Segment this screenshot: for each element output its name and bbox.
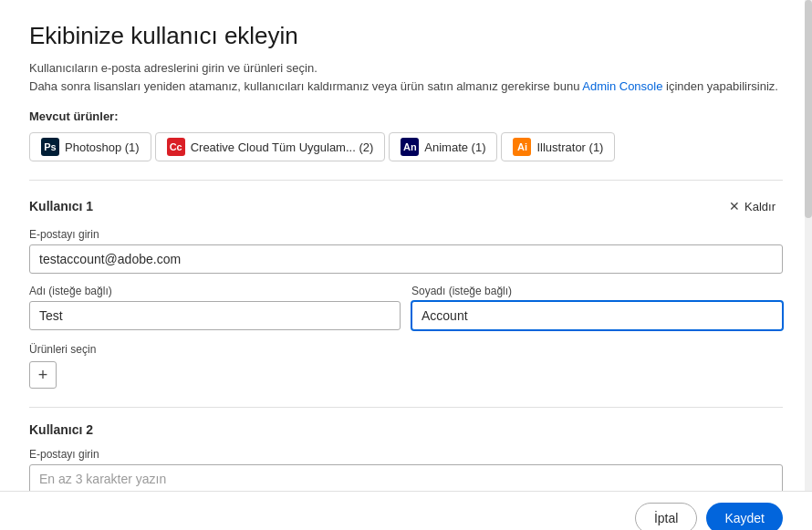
admin-console-link[interactable]: Admin Console <box>582 79 662 93</box>
product-tab-an[interactable]: An Animate (1) <box>389 132 497 161</box>
user-1-email-input[interactable] <box>29 244 783 274</box>
ps-label: Photoshop (1) <box>65 140 140 154</box>
an-label: Animate (1) <box>424 140 485 154</box>
user-1-title: Kullanıcı 1 <box>29 199 93 213</box>
scrollbar-track[interactable] <box>805 0 812 530</box>
product-tab-cc[interactable]: Cc Creative Cloud Tüm Uygulam... (2) <box>155 132 386 161</box>
ai-label: Illustrator (1) <box>536 140 603 154</box>
close-icon: ✕ <box>729 199 740 213</box>
desc-line3: içinden yapabilirsiniz. <box>666 79 778 93</box>
user-1-email-row: E-postayı girin <box>29 228 783 274</box>
product-tab-ai[interactable]: Ai Illustrator (1) <box>501 132 615 161</box>
desc-line2: Daha sonra lisansları yeniden atamanız, … <box>29 79 579 93</box>
user-1-lastname-col: Soyadı (isteğe bağlı) <box>411 285 783 330</box>
user-2-title: Kullanıcı 2 <box>29 422 93 437</box>
desc-line1: Kullanıcıların e-posta adreslerini girin… <box>29 61 318 75</box>
footer-bar: İptal Kaydet <box>0 491 812 530</box>
user-1-section: Kullanıcı 1 ✕ Kaldır E-postayı girin Adı… <box>29 181 783 408</box>
page-description: Kullanıcıların e-posta adreslerini girin… <box>29 59 783 95</box>
user-1-products-label: Ürünleri seçin <box>29 343 783 356</box>
products-label: Mevcut ürünler: <box>29 109 783 123</box>
user-1-firstname-input[interactable] <box>29 301 401 330</box>
user-2-email-label: E-postayı girin <box>29 448 783 461</box>
user-1-add-product-button[interactable]: + <box>29 361 57 389</box>
plus-icon: + <box>38 366 48 385</box>
user-1-firstname-col: Adı (isteğe bağlı) <box>29 285 401 330</box>
products-list: Ps Photoshop (1) Cc Creative Cloud Tüm U… <box>29 132 783 161</box>
user-1-email-label: E-postayı girin <box>29 228 783 241</box>
user-2-email-input[interactable] <box>29 464 783 494</box>
user-1-lastname-input[interactable] <box>411 301 783 330</box>
save-button[interactable]: Kaydet <box>706 503 783 530</box>
cc-label: Creative Cloud Tüm Uygulam... (2) <box>191 140 374 154</box>
an-icon: An <box>401 138 419 156</box>
user-1-firstname-label: Adı (isteğe bağlı) <box>29 285 401 297</box>
ai-icon: Ai <box>513 138 531 156</box>
product-tab-ps[interactable]: Ps Photoshop (1) <box>29 132 151 161</box>
user-1-header: Kullanıcı 1 ✕ Kaldır <box>29 195 783 217</box>
ps-icon: Ps <box>41 138 59 156</box>
cancel-button[interactable]: İptal <box>635 503 697 530</box>
user-2-header: Kullanıcı 2 <box>29 422 783 437</box>
page-title: Ekibinize kullanıcı ekleyin <box>29 22 783 50</box>
user-1-remove-label: Kaldır <box>744 200 776 213</box>
user-1-lastname-label: Soyadı (isteğe bağlı) <box>411 285 783 297</box>
cc-icon: Cc <box>167 138 185 156</box>
page-container: Ekibinize kullanıcı ekleyin Kullanıcılar… <box>0 0 812 530</box>
user-2-email-row: E-postayı girin <box>29 448 783 494</box>
user-1-remove-button[interactable]: ✕ Kaldır <box>722 195 783 217</box>
scrollbar-thumb[interactable] <box>805 0 812 218</box>
user-1-name-row: Adı (isteğe bağlı) Soyadı (isteğe bağlı) <box>29 285 783 330</box>
